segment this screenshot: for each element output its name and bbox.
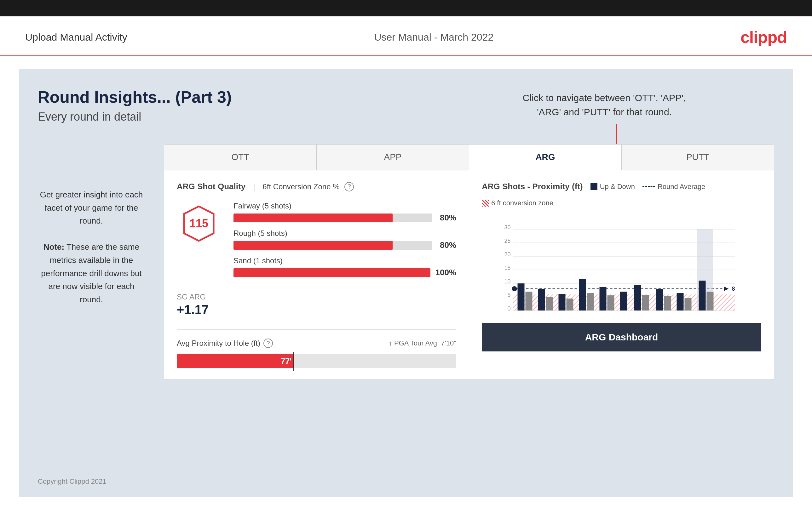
card-body: ARG Shot Quality | 6ft Conversion Zone %… (164, 170, 774, 380)
svg-rect-36 (620, 292, 627, 311)
svg-text:20: 20 (504, 251, 510, 258)
bar-row-sand: Sand (1 shots) 100% (234, 256, 456, 277)
section-header: ARG Shot Quality | 6ft Conversion Zone %… (177, 182, 456, 191)
svg-rect-35 (608, 295, 614, 311)
legend-up-down-label: Up & Down (600, 183, 635, 191)
svg-rect-29 (546, 297, 553, 311)
hexagon-container: 115 (177, 202, 221, 246)
tab-arg[interactable]: ARG (469, 145, 622, 170)
svg-text:15: 15 (504, 265, 510, 271)
bar-with-value-fairway: 80% (234, 213, 456, 223)
svg-rect-37 (634, 285, 641, 311)
pga-tour-avg: ↑ PGA Tour Avg: 7'10" (389, 339, 456, 347)
svg-rect-33 (587, 293, 594, 311)
chart-area: 0 5 10 15 20 25 30 (482, 216, 761, 317)
proximity-cursor (293, 352, 294, 371)
bar-label-fairway: Fairway (5 shots) (234, 202, 456, 210)
legend-square-icon (591, 183, 597, 190)
card-right-panel: ARG Shots - Proximity (ft) Up & Down Rou… (469, 170, 774, 380)
clippd-logo: clippd (741, 28, 787, 47)
tabs: OTT APP ARG PUTT (164, 145, 774, 170)
left-desc-note: Note: (44, 242, 64, 251)
svg-rect-32 (579, 279, 586, 311)
proximity-value: 77' (281, 356, 292, 366)
svg-rect-38 (642, 295, 649, 311)
conversion-label: 6ft Conversion Zone % (262, 182, 339, 191)
bar-fill-sand (234, 268, 430, 277)
tab-putt[interactable]: PUTT (622, 145, 774, 170)
svg-rect-34 (600, 287, 607, 311)
svg-point-22 (512, 286, 517, 291)
svg-text:5: 5 (507, 292, 510, 298)
proximity-label: Avg Proximity to Hole (ft) ? (177, 339, 273, 348)
copyright-text: Copyright Clippd 2021 (38, 477, 106, 485)
chart-svg: 0 5 10 15 20 25 30 (482, 216, 761, 317)
bar-value-rough: 80% (437, 240, 456, 250)
svg-rect-39 (699, 281, 706, 311)
bar-value-fairway: 80% (437, 213, 456, 223)
proximity-track: 77' (177, 354, 456, 368)
sg-section: SG ARG +1.17 (177, 292, 456, 317)
proximity-bar-container: 77' (177, 354, 456, 368)
legend-6ft-label: 6 ft conversion zone (491, 199, 553, 207)
legend-hatch-icon (482, 200, 489, 207)
upload-manual-label: Upload Manual Activity (25, 32, 127, 43)
svg-rect-44 (685, 298, 692, 311)
legend-dashed-icon (643, 186, 655, 187)
sg-label: SG ARG (177, 292, 456, 301)
svg-text:25: 25 (504, 238, 510, 244)
svg-text:30: 30 (504, 224, 510, 230)
svg-rect-42 (664, 296, 671, 311)
svg-text:8: 8 (732, 286, 735, 292)
svg-rect-41 (656, 289, 663, 311)
footer: Copyright Clippd 2021 (38, 477, 106, 486)
bar-row-rough: Rough (5 shots) 80% (234, 229, 456, 250)
svg-rect-40 (707, 292, 714, 311)
chart-title: ARG Shots - Proximity (ft) (482, 182, 583, 191)
help-icon[interactable]: ? (344, 182, 354, 191)
proximity-help-icon[interactable]: ? (263, 339, 273, 348)
hexagon-score: 115 (180, 205, 218, 242)
legend-up-down: Up & Down (591, 183, 635, 191)
proximity-fill: 77' (177, 354, 294, 368)
svg-text:10: 10 (504, 278, 510, 285)
tab-ott[interactable]: OTT (164, 145, 317, 170)
bar-value-sand: 100% (436, 268, 457, 277)
bar-track-sand (234, 268, 430, 277)
nav-hint-line1: Click to navigate between 'OTT', 'APP', (523, 93, 686, 103)
proximity-header: Avg Proximity to Hole (ft) ? ↑ PGA Tour … (177, 339, 456, 348)
hex-score-row: 115 Fairway (5 shots) 80% (177, 202, 456, 284)
nav-hint: Click to navigate between 'OTT', 'APP', … (523, 91, 686, 119)
svg-text:0: 0 (507, 305, 510, 312)
bar-label-rough: Rough (5 shots) (234, 229, 456, 238)
nav-hint-line2: 'ARG' and 'PUTT' for that round. (537, 107, 672, 117)
arg-dashboard-button[interactable]: ARG Dashboard (482, 323, 761, 351)
left-description: Get greater insight into each facet of y… (38, 188, 145, 306)
top-bar (0, 0, 812, 16)
legend-round-avg-label: Round Average (658, 183, 705, 191)
svg-rect-30 (559, 294, 566, 311)
legend-6ft-zone: 6 ft conversion zone (482, 199, 553, 207)
svg-rect-31 (566, 298, 573, 311)
bar-with-value-rough: 80% (234, 240, 456, 250)
bar-fill-fairway (234, 214, 393, 222)
main-content: Round Insights... (Part 3) Every round i… (19, 69, 793, 497)
chart-header: ARG Shots - Proximity (ft) Up & Down Rou… (482, 182, 761, 207)
tab-app[interactable]: APP (317, 145, 469, 170)
bar-label-sand: Sand (1 shots) (234, 256, 456, 265)
manual-date-label: User Manual - March 2022 (374, 32, 494, 43)
bar-track-rough (234, 241, 432, 250)
bars-section: Fairway (5 shots) 80% Rough (5 shots) (234, 202, 456, 284)
shot-quality-label: ARG Shot Quality (177, 182, 246, 191)
dashboard-card: OTT APP ARG PUTT ARG Shot Quality | 6ft … (164, 144, 774, 380)
header: Upload Manual Activity User Manual - Mar… (0, 16, 812, 56)
bar-track-fairway (234, 214, 432, 222)
bar-row-fairway: Fairway (5 shots) 80% (234, 202, 456, 223)
hex-number: 115 (189, 217, 208, 230)
svg-rect-26 (518, 283, 525, 311)
proximity-section: Avg Proximity to Hole (ft) ? ↑ PGA Tour … (177, 329, 456, 368)
svg-rect-43 (677, 293, 684, 311)
svg-rect-28 (538, 289, 545, 311)
sg-value: +1.17 (177, 303, 456, 317)
svg-rect-27 (525, 292, 532, 311)
